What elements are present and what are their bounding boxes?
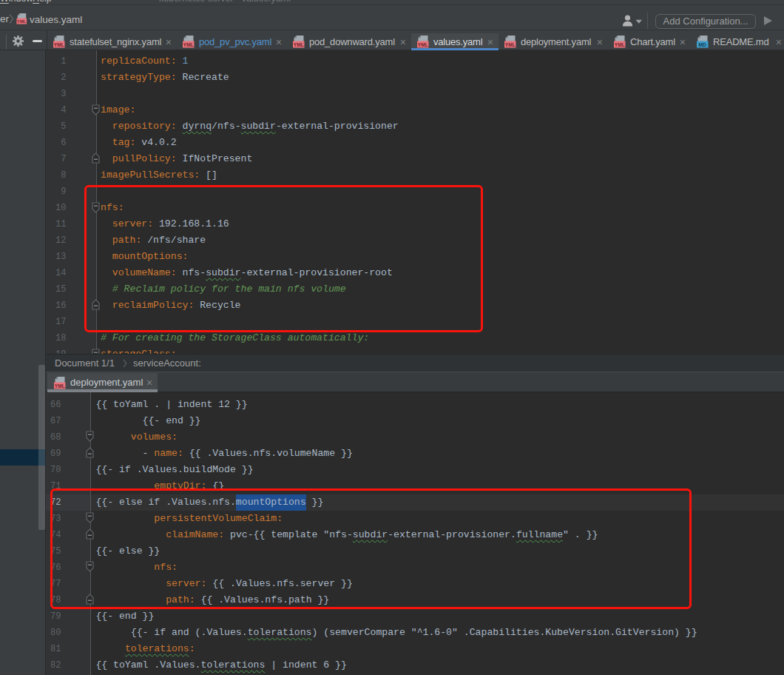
svg-text:YML: YML (615, 42, 625, 47)
svg-text:YML: YML (55, 383, 65, 389)
svg-text:YML: YML (294, 42, 304, 47)
svg-text:MD: MD (699, 42, 706, 47)
svg-text:YML: YML (54, 42, 64, 47)
svg-text:YML: YML (17, 19, 27, 24)
svg-text:YML: YML (418, 42, 428, 47)
svg-text:YML: YML (183, 42, 194, 47)
svg-text:YML: YML (505, 42, 516, 47)
